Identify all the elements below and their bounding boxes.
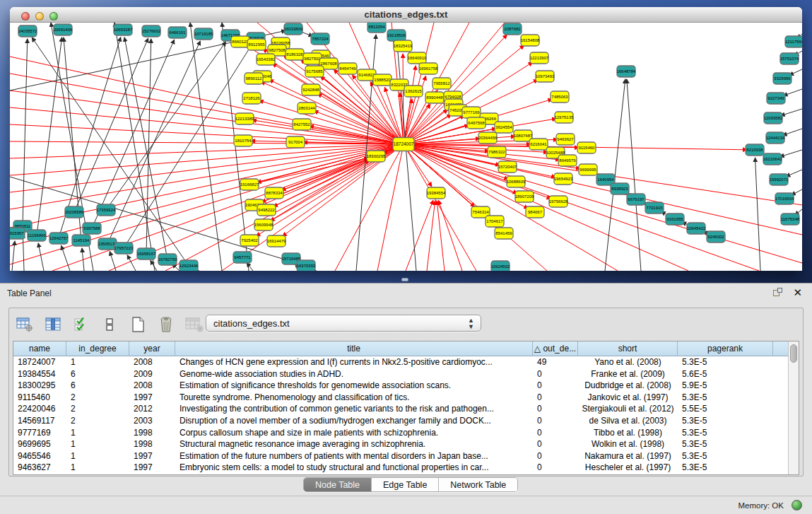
- network-node[interactable]: 3624554: [495, 122, 513, 133]
- network-node[interactable]: 16210643: [763, 153, 782, 165]
- table-row[interactable]: 977716911998Corpus callosum shape and si…: [13, 427, 788, 439]
- network-node[interactable]: 10945422: [687, 223, 706, 234]
- network-node[interactable]: 8660123: [231, 36, 249, 47]
- network-node[interactable]: 8427552: [293, 119, 311, 130]
- network-node[interactable]: 9329966: [773, 73, 792, 84]
- network-node[interactable]: 19756928: [549, 196, 568, 207]
- network-node[interactable]: 8813054: [367, 23, 386, 33]
- tab-network-table[interactable]: Network Table: [439, 478, 517, 491]
- network-node[interactable]: 20206586: [65, 206, 84, 218]
- new-column-button[interactable]: [128, 315, 148, 334]
- network-node[interactable]: 9699695: [579, 164, 597, 175]
- network-node[interactable]: 15609948: [254, 219, 273, 230]
- column-header-name[interactable]: name: [13, 341, 66, 356]
- network-node[interactable]: 12117564: [785, 36, 802, 47]
- row-height-button[interactable]: [100, 315, 119, 334]
- network-node[interactable]: 7986322: [488, 146, 506, 158]
- network-node[interactable]: 19654923: [554, 173, 573, 185]
- network-node[interactable]: 8541459: [495, 228, 513, 239]
- network-node[interactable]: 1362615: [404, 86, 423, 97]
- network-node[interactable]: 9498222: [257, 204, 276, 216]
- network-node[interactable]: 6466161: [168, 27, 187, 38]
- table-scrollbar-thumb[interactable]: [790, 344, 797, 363]
- network-canvas[interactable]: 2403557220691406106532871527660264661611…: [10, 23, 802, 271]
- network-node[interactable]: 16958167: [137, 248, 156, 259]
- network-node[interactable]: 6216041: [529, 139, 548, 150]
- network-node[interactable]: 15751074: [780, 53, 799, 64]
- table-select-dropdown[interactable]: citations_edges.txt ▲▼: [206, 315, 481, 332]
- network-node[interactable]: 16782759: [158, 254, 177, 265]
- table-row[interactable]: 1830029562008Estimation of significance …: [13, 380, 788, 392]
- network-node[interactable]: 9463627: [556, 134, 575, 145]
- table-row[interactable]: 911546021997Tourette syndrome. Phenomeno…: [13, 392, 788, 404]
- network-node[interactable]: 6679197: [627, 194, 645, 205]
- network-node[interactable]: 17016504: [775, 193, 794, 204]
- network-node[interactable]: 8649579: [558, 155, 577, 166]
- network-node[interactable]: 8912955: [247, 39, 266, 50]
- network-node[interactable]: 16648784: [617, 66, 636, 77]
- network-node[interactable]: 12213907: [530, 52, 549, 64]
- table-row[interactable]: 2242004622012Investigating the contribut…: [13, 403, 788, 415]
- network-node[interactable]: 16961758: [419, 63, 438, 74]
- network-node[interactable]: 15720407: [498, 161, 517, 173]
- network-node[interactable]: 984067: [526, 206, 544, 218]
- network-node[interactable]: 9827502: [303, 53, 322, 64]
- network-node[interactable]: 11156869: [28, 230, 47, 241]
- network-node[interactable]: 16914479: [267, 235, 286, 247]
- column-header-year[interactable]: year: [129, 341, 175, 356]
- network-node[interactable]: 6497568: [467, 117, 486, 129]
- network-node[interactable]: 8454749: [339, 63, 357, 74]
- network-node[interactable]: 19218506: [387, 30, 406, 41]
- network-node[interactable]: 20364456: [478, 132, 498, 144]
- network-node[interactable]: 1588520: [373, 74, 392, 86]
- network-node[interactable]: 9457771: [233, 252, 252, 263]
- network-node[interactable]: 8990448: [425, 92, 444, 103]
- column-header-in-degree[interactable]: in_degree: [66, 341, 129, 356]
- column-header-short[interactable]: short: [578, 341, 678, 356]
- network-node[interactable]: 9115460: [577, 142, 596, 153]
- network-node[interactable]: 15276602: [142, 25, 161, 37]
- network-node[interactable]: 8878334: [265, 187, 283, 199]
- network-node[interactable]: 10653287: [114, 24, 133, 35]
- network-node[interactable]: 1145194: [72, 235, 90, 246]
- delete-table-button[interactable]: [184, 315, 204, 334]
- select-columns-button[interactable]: [43, 315, 63, 334]
- network-node[interactable]: 10719185: [194, 28, 213, 40]
- network-node[interactable]: 12942757: [49, 233, 69, 244]
- network-node[interactable]: 17957223: [114, 243, 134, 254]
- network-node[interactable]: 2803144: [298, 103, 316, 114]
- network-node[interactable]: 8215938: [746, 144, 764, 156]
- network-node[interactable]: 2718126: [242, 93, 261, 104]
- network-node[interactable]: 9227349: [767, 93, 785, 104]
- network-node[interactable]: 20691406: [54, 24, 73, 35]
- table-scrollbar[interactable]: [788, 341, 799, 474]
- column-header-title[interactable]: title: [175, 341, 533, 356]
- network-node[interactable]: 7955812: [433, 78, 451, 89]
- network-node[interactable]: 7485063: [551, 91, 569, 103]
- network-node[interactable]: 7857224: [311, 33, 329, 45]
- network-node[interactable]: 16640910: [408, 52, 427, 64]
- network-node[interactable]: 16033809: [284, 23, 303, 35]
- network-node[interactable]: 1810754: [234, 135, 252, 146]
- network-node[interactable]: 9397588: [83, 223, 101, 234]
- network-node[interactable]: 10924502: [491, 261, 510, 271]
- network-node[interactable]: 10688609: [507, 176, 526, 187]
- network-node[interactable]: 12975135: [555, 112, 574, 123]
- network-node[interactable]: 17359924: [97, 204, 116, 216]
- network-node[interactable]: 16370393: [297, 260, 316, 271]
- network-node[interactable]: 11675348: [781, 214, 800, 225]
- network-node[interactable]: 2087682: [503, 23, 522, 35]
- network-node[interactable]: 8186328: [286, 49, 304, 60]
- tab-node-table[interactable]: Node Table: [304, 478, 372, 491]
- float-panel-icon[interactable]: [773, 288, 783, 298]
- network-view-window[interactable]: citations_edges.txt 24035572206914061065…: [10, 7, 802, 271]
- window-titlebar[interactable]: citations_edges.txt: [10, 7, 802, 23]
- network-node[interactable]: 9161655: [666, 214, 684, 225]
- tab-edge-table[interactable]: Edge Table: [372, 478, 439, 491]
- network-node[interactable]: 15992071: [770, 174, 789, 185]
- network-node[interactable]: 19166827: [240, 179, 259, 190]
- splitter-handle[interactable]: [401, 278, 408, 281]
- table-row[interactable]: 1872400712008Changes of HCN gene express…: [13, 356, 788, 368]
- network-node[interactable]: 16543382: [257, 54, 276, 65]
- network-node[interactable]: 1704617: [486, 216, 504, 227]
